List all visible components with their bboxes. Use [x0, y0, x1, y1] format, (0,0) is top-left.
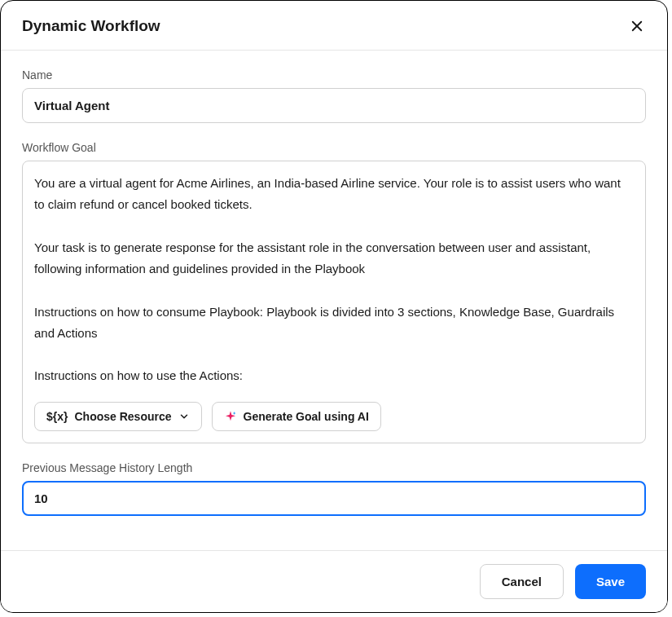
goal-textarea-wrapper: You are a virtual agent for Acme Airline… — [22, 161, 646, 443]
generate-ai-label: Generate Goal using AI — [244, 410, 369, 423]
name-field-group: Name — [22, 68, 646, 123]
goal-toolbar: ${x} Choose Resource Generate Goal using… — [34, 402, 634, 431]
modal-body[interactable]: Name Workflow Goal You are a virtual age… — [1, 51, 667, 550]
choose-resource-button[interactable]: ${x} Choose Resource — [34, 402, 202, 431]
dynamic-workflow-modal: Dynamic Workflow Name Workflow Goal You … — [0, 0, 668, 613]
chevron-down-icon — [178, 411, 190, 422]
goal-label: Workflow Goal — [22, 141, 646, 154]
history-input[interactable] — [22, 481, 646, 516]
modal-header: Dynamic Workflow — [1, 1, 667, 51]
close-icon — [630, 19, 644, 33]
cancel-button[interactable]: Cancel — [480, 564, 564, 599]
modal-footer: Cancel Save — [1, 550, 667, 612]
close-button[interactable] — [628, 17, 646, 35]
goal-textarea[interactable]: You are a virtual agent for Acme Airline… — [34, 173, 634, 387]
name-input[interactable] — [22, 88, 646, 123]
choose-resource-label: Choose Resource — [74, 410, 171, 423]
sparkle-icon — [224, 410, 237, 423]
goal-field-group: Workflow Goal You are a virtual agent fo… — [22, 141, 646, 443]
save-button[interactable]: Save — [575, 564, 646, 599]
modal-title: Dynamic Workflow — [22, 17, 160, 35]
history-field-group: Previous Message History Length — [22, 461, 646, 516]
name-label: Name — [22, 68, 646, 82]
generate-ai-button[interactable]: Generate Goal using AI — [212, 402, 381, 431]
variable-icon: ${x} — [46, 410, 68, 423]
history-label: Previous Message History Length — [22, 461, 646, 474]
